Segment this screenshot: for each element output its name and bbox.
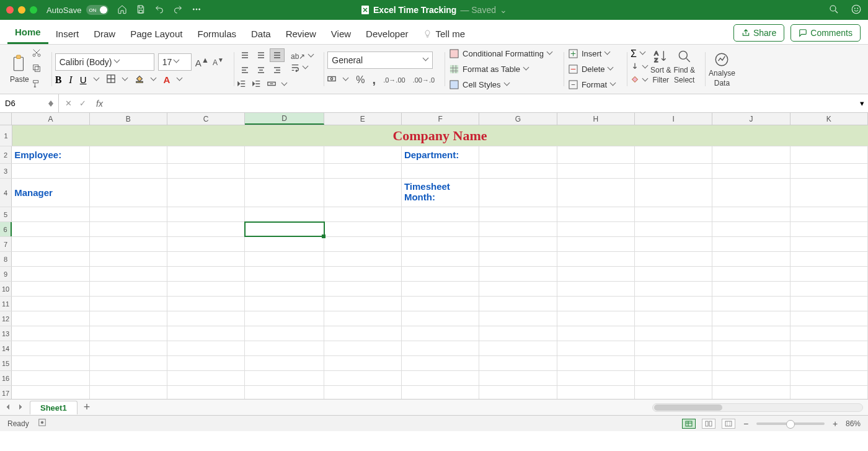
cell-D16[interactable] bbox=[245, 371, 324, 385]
cell-J10[interactable] bbox=[712, 282, 790, 296]
cell-I9[interactable] bbox=[635, 267, 712, 281]
cell-F3[interactable] bbox=[402, 164, 479, 178]
cell-C6[interactable] bbox=[167, 222, 245, 236]
autosave-toggle[interactable]: ON bbox=[86, 5, 108, 15]
cell-E3[interactable] bbox=[324, 164, 402, 178]
cell-C4[interactable] bbox=[167, 179, 245, 207]
number-format-select[interactable]: General bbox=[327, 51, 433, 69]
clear-icon[interactable] bbox=[631, 75, 639, 86]
cell-F14[interactable] bbox=[402, 341, 479, 355]
cell-H4[interactable] bbox=[557, 179, 635, 207]
cell-B6[interactable] bbox=[90, 222, 167, 236]
cell-F17[interactable] bbox=[402, 386, 479, 399]
cell-I3[interactable] bbox=[635, 164, 712, 178]
close-icon[interactable] bbox=[6, 6, 14, 14]
cell-B5[interactable] bbox=[90, 207, 167, 221]
analyse-data-button[interactable]: AnalyseData bbox=[709, 51, 735, 87]
autosum-icon[interactable]: Σ bbox=[631, 48, 637, 60]
row-header-9[interactable]: 9 bbox=[0, 267, 12, 281]
cell-G10[interactable] bbox=[479, 282, 557, 296]
cell-G15[interactable] bbox=[479, 356, 557, 370]
cell-A4[interactable]: Manager bbox=[12, 179, 89, 207]
cell-E8[interactable] bbox=[324, 252, 402, 266]
column-header-H[interactable]: H bbox=[557, 113, 635, 125]
tab-draw[interactable]: Draw bbox=[86, 24, 123, 44]
column-header-J[interactable]: J bbox=[712, 113, 790, 125]
cell-H2[interactable] bbox=[557, 146, 635, 163]
cell-J9[interactable] bbox=[712, 267, 790, 281]
cell-B10[interactable] bbox=[90, 282, 167, 296]
wrap-text-icon[interactable] bbox=[291, 63, 299, 74]
cell-G17[interactable] bbox=[479, 386, 557, 399]
cell-E5[interactable] bbox=[324, 207, 402, 221]
sheet-next-icon[interactable] bbox=[17, 403, 24, 412]
cell-styles-button[interactable]: Cell Styles bbox=[448, 79, 554, 91]
font-size-select[interactable]: 17 bbox=[158, 53, 192, 71]
cell-F9[interactable] bbox=[402, 267, 479, 281]
align-top-center-icon[interactable] bbox=[254, 48, 268, 62]
cell-A5[interactable] bbox=[12, 207, 89, 221]
cell-E9[interactable] bbox=[324, 267, 402, 281]
zoom-slider[interactable] bbox=[756, 422, 825, 425]
decrease-font-icon[interactable]: A▼ bbox=[213, 56, 224, 67]
format-painter-icon[interactable] bbox=[32, 79, 42, 91]
cell-E6[interactable] bbox=[324, 222, 402, 236]
more-icon[interactable] bbox=[192, 4, 202, 16]
view-page-layout-icon[interactable] bbox=[702, 419, 715, 429]
undo-icon[interactable] bbox=[154, 4, 164, 16]
sheet-prev-icon[interactable] bbox=[5, 403, 11, 412]
row-header-13[interactable]: 13 bbox=[0, 326, 12, 341]
tab-page-layout[interactable]: Page Layout bbox=[123, 24, 190, 44]
row-header-7[interactable]: 7 bbox=[0, 237, 12, 251]
row-header-10[interactable]: 10 bbox=[0, 282, 12, 296]
share-button[interactable]: Share bbox=[733, 24, 784, 42]
autosave-control[interactable]: AutoSave ON bbox=[46, 5, 108, 15]
insert-cells-button[interactable]: Insert bbox=[567, 48, 617, 60]
chevron-down-icon[interactable]: ⌄ bbox=[500, 5, 507, 15]
cell-I8[interactable] bbox=[635, 252, 712, 266]
cell-H10[interactable] bbox=[557, 282, 635, 296]
sheet-tab[interactable]: Sheet1 bbox=[30, 401, 78, 414]
cell-K14[interactable] bbox=[790, 341, 868, 355]
cell-F8[interactable] bbox=[402, 252, 479, 266]
cell-I7[interactable] bbox=[635, 237, 712, 251]
cell-K12[interactable] bbox=[790, 311, 868, 326]
cell-K2[interactable] bbox=[790, 146, 868, 163]
cell-G13[interactable] bbox=[479, 326, 557, 341]
cell-D6[interactable] bbox=[245, 222, 324, 236]
cell-I16[interactable] bbox=[635, 371, 712, 385]
cell-K9[interactable] bbox=[790, 267, 868, 281]
cell-G16[interactable] bbox=[479, 371, 557, 385]
cell-G11[interactable] bbox=[479, 297, 557, 311]
cell-J5[interactable] bbox=[712, 207, 790, 221]
cell-K17[interactable] bbox=[790, 386, 868, 399]
stepper-down-icon[interactable] bbox=[48, 104, 53, 107]
cell-B14[interactable] bbox=[90, 341, 167, 355]
format-as-table-button[interactable]: Format as Table bbox=[448, 63, 554, 75]
cell-A15[interactable] bbox=[12, 356, 89, 370]
tab-formulas[interactable]: Formulas bbox=[190, 24, 244, 44]
cell-E17[interactable] bbox=[324, 386, 402, 399]
row-header-11[interactable]: 11 bbox=[0, 297, 12, 311]
cell-K11[interactable] bbox=[790, 297, 868, 311]
tab-developer[interactable]: Developer bbox=[358, 24, 415, 44]
macro-record-icon[interactable] bbox=[38, 418, 46, 429]
cell-G6[interactable] bbox=[479, 222, 557, 236]
align-left-icon[interactable] bbox=[237, 63, 252, 77]
add-sheet-icon[interactable]: + bbox=[84, 401, 91, 414]
cell-G8[interactable] bbox=[479, 252, 557, 266]
cell-D15[interactable] bbox=[245, 356, 324, 370]
bold-icon[interactable]: B bbox=[55, 74, 62, 86]
cell-E14[interactable] bbox=[324, 341, 402, 355]
column-header-G[interactable]: G bbox=[479, 113, 557, 125]
merge-icon[interactable] bbox=[267, 79, 276, 90]
row-header-6[interactable]: 6 bbox=[0, 222, 12, 236]
cell-G7[interactable] bbox=[479, 237, 557, 251]
cell-E2[interactable] bbox=[324, 146, 402, 163]
cell-C12[interactable] bbox=[167, 311, 245, 326]
cell-J3[interactable] bbox=[712, 164, 790, 178]
cell-J7[interactable] bbox=[712, 237, 790, 251]
document-title[interactable]: Excel Time Tracking — Saved ⌄ bbox=[361, 5, 507, 15]
cell-F12[interactable] bbox=[402, 311, 479, 326]
cell-I4[interactable] bbox=[635, 179, 712, 207]
